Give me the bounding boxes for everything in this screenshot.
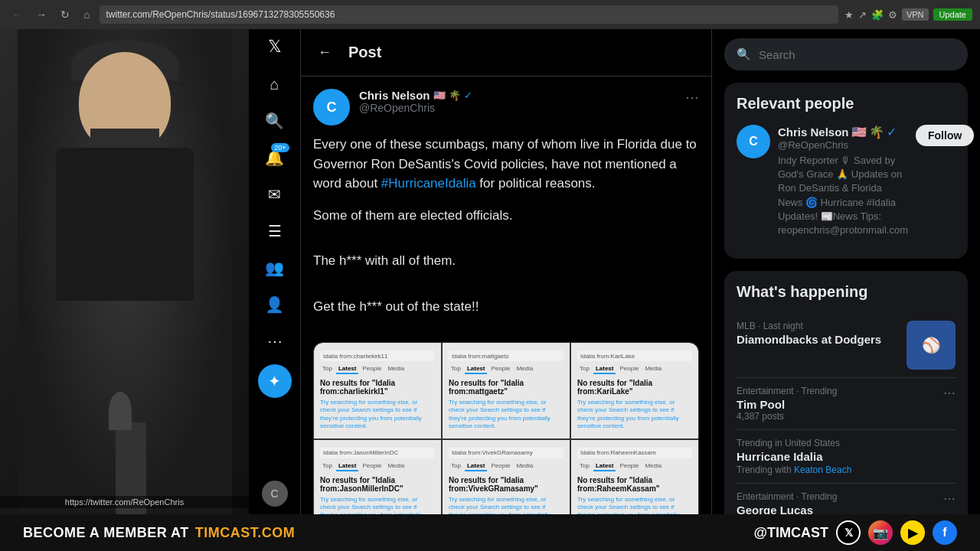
relevant-flag-badge: 🇺🇸 [851,125,867,139]
happening-item-timpool[interactable]: Entertainment · Trending Tim Pool 4,387 … [737,378,956,430]
happening-hurricane-title: Hurricane Idalia [737,450,956,463]
tweet-author-name[interactable]: Chris Nelson [359,89,430,102]
relevant-person-avatar[interactable]: C [737,125,770,158]
webcam-person [0,29,249,514]
happening-mlb-meta: MLB · Last night [737,321,881,331]
image-cell-4: Idalia from:JasonMillerInDC Top Latest P… [314,440,441,514]
extension-icon[interactable]: 🧩 [871,9,884,21]
tweet-avatar-letter: C [327,99,337,116]
avatar-letter: C [270,487,278,500]
address-bar[interactable]: twitter.com/ReOpenChris/status/169671327… [100,5,838,24]
vpn-button[interactable]: VPN [902,8,929,21]
twitter-right-sidebar: 🔍 Relevant people C Chris Nelson 🇺🇸 🌴 ✓ … [712,29,980,514]
sidebar-item-profile[interactable]: 👤 [258,288,292,321]
twitter-sidebar: 𝕏 ⌂ 🔍 🔔 20+ ✉ ☰ 👥 👤 ⋯ ✦ C [249,29,301,514]
tweet-avatar[interactable]: C [313,89,350,126]
happening-lucas-meta: Entertainment · Trending [737,491,837,502]
tweet-author-handle[interactable]: @ReOpenChris [359,102,676,114]
happening-lucas-row: Entertainment · Trending George Lucas ⋯ [737,491,956,514]
verified-badge: ✓ [464,90,472,101]
notification-badge: 20+ [271,143,289,152]
happening-timpool-count: 4,387 posts [737,411,837,422]
update-button[interactable]: Update [933,8,972,21]
compose-icon: ✦ [268,372,281,390]
facebook-social-icon[interactable]: f [933,520,957,545]
happening-item-lucas[interactable]: Entertainment · Trending George Lucas ⋯ [737,484,956,514]
tweet-line3: The h*** with all of them. [313,251,699,271]
tweet-more-button[interactable]: ⋯ [685,89,699,106]
compose-button[interactable]: ✦ [258,364,292,398]
twitter-main-content[interactable]: ← Post C Chris Nelson 🇺🇸 🌴 ✓ @ReOpenChri… [301,29,712,514]
happening-hurricane-sub: Trending with Keaton Beach [737,465,956,475]
search-box[interactable]: 🔍 [724,38,968,70]
sidebar-item-notifications[interactable]: 🔔 20+ [258,141,292,174]
sidebar-item-messages[interactable]: ✉ [258,178,292,211]
url-text: twitter.com/ReOpenChris/status/169671327… [106,9,335,20]
relevant-person-info: Chris Nelson 🇺🇸 🌴 ✓ @ReOpenChris Indy Re… [778,125,908,237]
tweet-line2: Some of them are elected officials. [313,206,699,226]
sidebar-item-explore[interactable]: 🔍 [258,104,292,138]
image-cell-1: Idalia from:charliekirk11 Top Latest Peo… [314,343,441,439]
tweet-container: C Chris Nelson 🇺🇸 🌴 ✓ @ReOpenChris ⋯ Eve… [301,77,711,514]
sidebar-item-lists[interactable]: ☰ [258,214,292,248]
happening-item-hurricane[interactable]: Trending in United States Hurricane Idal… [737,430,956,484]
x-logo[interactable]: 𝕏 [268,37,282,57]
twitter-x-social-icon[interactable]: 𝕏 [836,520,861,545]
search-input[interactable] [759,48,956,61]
happening-lucas-text: Entertainment · Trending George Lucas [737,491,837,514]
relevant-people-title: Relevant people [737,95,956,112]
sidebar-item-more[interactable]: ⋯ [258,324,292,358]
relevant-person-avatar-letter: C [749,135,758,148]
settings-icon[interactable]: ⚙ [888,9,897,21]
relevant-person-card: C Chris Nelson 🇺🇸 🌴 ✓ @ReOpenChris Indy … [737,125,956,237]
happening-lucas-title: George Lucas [737,504,837,514]
instagram-social-icon[interactable]: 📷 [868,520,893,545]
at-timcast-text: @TIMCAST [753,525,828,541]
home-button[interactable]: ⌂ [80,6,93,23]
happening-timpool-row: Entertainment · Trending Tim Pool 4,387 … [737,386,956,422]
relevant-person-name-row: Chris Nelson 🇺🇸 🌴 ✓ [778,125,908,139]
relevant-palm-badge: 🌴 [869,125,884,139]
whats-happening-section: What's happening MLB · Last night Diamon… [724,271,968,514]
sidebar-item-communities[interactable]: 👥 [258,251,292,285]
browser-chrome: ← → ↻ ⌂ twitter.com/ReOpenChris/status/1… [0,0,980,29]
mic-head [109,392,132,430]
relevant-person-name[interactable]: Chris Nelson [778,126,849,139]
post-header: ← Post [301,29,711,77]
flag-badge: 🇺🇸 [433,90,446,101]
image-cell-3: Idalia from:KariLake Top Latest People M… [571,343,698,439]
back-arrow-button[interactable]: ← [313,40,336,65]
hashtag-hurricaneidalia[interactable]: #HurricaneIdalia [381,176,476,191]
youtube-social-icon[interactable]: ▶ [900,520,925,545]
happening-mlb-title: Diamondbacks at Dodgers [737,333,881,346]
banner-left: BECOME A MEMBER AT TIMCAST.COM [23,525,295,541]
bookmark-icon[interactable]: ★ [844,9,854,21]
keaton-beach-link[interactable]: Keaton Beach [794,465,851,475]
happening-item-mlb[interactable]: MLB · Last night Diamondbacks at Dodgers… [737,313,956,378]
back-button[interactable]: ← [8,6,26,23]
search-icon: 🔍 [265,112,284,130]
forward-button[interactable]: → [32,6,51,23]
image-cell-2: Idalia from:mattgaetz Top Latest People … [443,343,570,439]
main-area: https://twitter.com/ReOpenChris 𝕏 ⌂ 🔍 🔔 … [0,29,980,514]
timcast-url-text[interactable]: TIMCAST.COM [195,525,296,541]
relevant-person-bio: Indy Reporter 🎙 Saved by God's Grace 🙏 U… [778,154,908,237]
browser-actions: ★ ↗ 🧩 ⚙ VPN Update [844,8,972,21]
happening-lucas-more[interactable]: ⋯ [943,491,956,506]
tweet-image-attachment[interactable]: Idalia from:charliekirk11 Top Latest Peo… [313,342,699,514]
image-cell-5: Idalia from:VivekGRamasamy Top Latest Pe… [443,440,570,514]
follow-button[interactable]: Follow [916,125,974,146]
person-head [79,52,171,152]
tweet-line4: Get the h*** out of the state!! [313,297,699,317]
happening-timpool-more[interactable]: ⋯ [943,386,956,400]
tweet-author-row: C Chris Nelson 🇺🇸 🌴 ✓ @ReOpenChris ⋯ [313,89,699,126]
relevant-person-handle[interactable]: @ReOpenChris [778,139,908,151]
reload-button[interactable]: ↻ [57,6,74,23]
happening-mlb-text: MLB · Last night Diamondbacks at Dodgers [737,321,881,346]
tweet-name-row: Chris Nelson 🇺🇸 🌴 ✓ [359,89,676,102]
baseball-icon: ⚾ [922,336,941,354]
person-silhouette [18,29,232,514]
sidebar-item-home[interactable]: ⌂ [258,67,292,101]
avatar[interactable]: C [262,481,288,507]
share-icon[interactable]: ↗ [858,9,867,21]
